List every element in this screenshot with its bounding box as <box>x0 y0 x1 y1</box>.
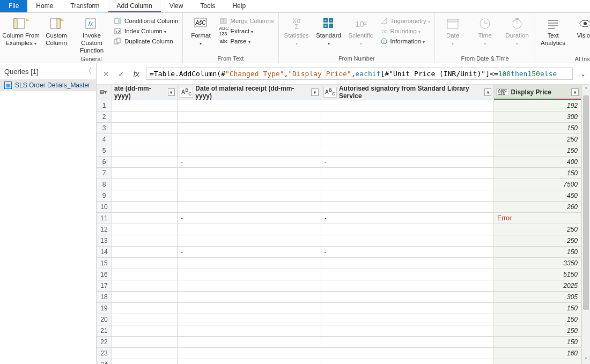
row-number[interactable]: 16 <box>97 269 112 280</box>
cell-material-receipt[interactable] <box>178 325 321 337</box>
cell-signatory[interactable] <box>321 235 494 247</box>
column-header-signatory[interactable]: ABCAutorised signatory from Standard Lib… <box>321 85 494 100</box>
cell-display-price[interactable]: 150 <box>494 303 581 314</box>
cell-date[interactable] <box>112 157 177 168</box>
row-number[interactable]: 22 <box>97 337 112 348</box>
vision-button[interactable]: Vision <box>570 15 590 40</box>
cell-material-receipt[interactable] <box>178 359 321 365</box>
row-header-corner[interactable]: ⊞▾ <box>97 85 112 100</box>
cell-display-price[interactable]: 7500 <box>494 179 581 190</box>
menu-file[interactable]: File <box>0 0 27 12</box>
information-button[interactable]: i Information <box>378 36 433 46</box>
row-number[interactable]: 1 <box>97 100 112 112</box>
cell-display-price[interactable]: 150 <box>494 314 581 325</box>
cell-material-receipt[interactable] <box>178 348 321 359</box>
cell-signatory[interactable]: - <box>321 213 494 224</box>
row-number[interactable]: 11 <box>97 213 112 224</box>
cell-date[interactable] <box>112 258 177 269</box>
cell-display-price[interactable]: 305 <box>494 292 581 303</box>
invoke-custom-function-button[interactable]: fx Invoke Custom Function <box>73 15 110 54</box>
cell-signatory[interactable] <box>321 123 494 134</box>
cell-display-price[interactable]: 250 <box>494 224 581 235</box>
table-row[interactable]: 21150 <box>97 325 581 337</box>
cell-material-receipt[interactable] <box>178 112 321 123</box>
cell-date[interactable] <box>112 337 177 348</box>
formula-expand-icon[interactable]: ⌄ <box>577 70 586 78</box>
table-row[interactable]: 12250 <box>97 224 581 235</box>
table-row[interactable]: 5150 <box>97 145 581 157</box>
table-row[interactable]: 24 <box>97 359 581 365</box>
row-number[interactable]: 23 <box>97 348 112 359</box>
cell-date[interactable] <box>112 235 177 247</box>
table-row[interactable]: 165150 <box>97 269 581 280</box>
menu-home[interactable]: Home <box>27 0 62 12</box>
cell-signatory[interactable] <box>321 190 494 202</box>
cell-material-receipt[interactable] <box>178 235 321 247</box>
menu-add-column[interactable]: Add Column <box>108 0 161 12</box>
cell-signatory[interactable] <box>321 292 494 303</box>
cell-date[interactable] <box>112 325 177 337</box>
cell-material-receipt[interactable] <box>178 123 321 134</box>
table-row[interactable]: 153350 <box>97 258 581 269</box>
cell-date[interactable] <box>112 292 177 303</box>
cell-material-receipt[interactable] <box>178 134 321 145</box>
table-row[interactable]: 18305 <box>97 292 581 303</box>
cell-material-receipt[interactable] <box>178 292 321 303</box>
index-column-button[interactable]: 12 Index Column <box>112 26 180 36</box>
cell-date[interactable] <box>112 314 177 325</box>
column-header-date[interactable]: ate (dd-mm-yyyy)▾ <box>112 85 177 100</box>
table-row[interactable]: 9450 <box>97 190 581 202</box>
cell-material-receipt[interactable] <box>178 337 321 348</box>
cell-date[interactable] <box>112 123 177 134</box>
cell-display-price[interactable]: 260 <box>494 202 581 213</box>
row-number[interactable]: 3 <box>97 123 112 134</box>
cell-date[interactable] <box>112 269 177 280</box>
row-number[interactable]: 7 <box>97 168 112 179</box>
cell-date[interactable] <box>112 145 177 157</box>
cell-display-price[interactable]: Error <box>494 213 581 224</box>
cell-signatory[interactable] <box>321 303 494 314</box>
trigonometry-button[interactable]: Trigonometry <box>378 16 433 26</box>
filter-icon[interactable]: ▾ <box>484 88 491 96</box>
cell-material-receipt[interactable] <box>178 179 321 190</box>
text-analytics-button[interactable]: Text Analytics <box>537 15 569 47</box>
table-row[interactable]: 23160 <box>97 348 581 359</box>
cell-signatory[interactable] <box>321 224 494 235</box>
cell-signatory[interactable] <box>321 145 494 157</box>
format-button[interactable]: AšC Format <box>185 15 216 47</box>
cell-date[interactable] <box>112 168 177 179</box>
row-number[interactable]: 17 <box>97 280 112 292</box>
cell-display-price[interactable]: 150 <box>494 337 581 348</box>
row-number[interactable]: 14 <box>97 247 112 258</box>
cell-date[interactable] <box>112 213 177 224</box>
row-number[interactable]: 24 <box>97 359 112 365</box>
cell-material-receipt[interactable]: - <box>178 247 321 258</box>
statistics-button[interactable]: ΧσΣ Statistics <box>281 15 312 47</box>
cell-material-receipt[interactable] <box>178 303 321 314</box>
cell-signatory[interactable]: - <box>321 157 494 168</box>
scroll-thumb[interactable] <box>583 95 589 310</box>
cell-display-price[interactable]: 300 <box>494 112 581 123</box>
table-row[interactable]: 4250 <box>97 134 581 145</box>
cell-date[interactable] <box>112 303 177 314</box>
fx-icon[interactable]: fx <box>131 69 142 79</box>
extract-button[interactable]: ABC123 Extract <box>217 26 276 36</box>
scroll-up-icon[interactable]: ˄ <box>582 85 590 93</box>
cell-material-receipt[interactable]: - <box>178 157 321 168</box>
filter-icon[interactable]: ▾ <box>311 88 319 96</box>
row-number[interactable]: 4 <box>97 134 112 145</box>
column-header-display-price[interactable]: ABC123Display Price▾ <box>494 85 581 100</box>
cell-date[interactable] <box>112 280 177 292</box>
cell-display-price[interactable]: 150 <box>494 325 581 337</box>
cell-material-receipt[interactable] <box>178 258 321 269</box>
cell-material-receipt[interactable] <box>178 168 321 179</box>
table-row[interactable]: 87500 <box>97 179 581 190</box>
standard-button[interactable]: +−×÷ Standard <box>313 15 344 47</box>
table-row[interactable]: 1192 <box>97 100 581 112</box>
table-row[interactable]: 13250 <box>97 235 581 247</box>
column-from-examples-button[interactable]: Column From Examples <box>2 15 40 47</box>
menu-help[interactable]: Help <box>224 0 254 12</box>
row-number[interactable]: 21 <box>97 325 112 337</box>
table-row[interactable]: 10260 <box>97 202 581 213</box>
cancel-formula-icon[interactable]: ✕ <box>101 69 112 79</box>
